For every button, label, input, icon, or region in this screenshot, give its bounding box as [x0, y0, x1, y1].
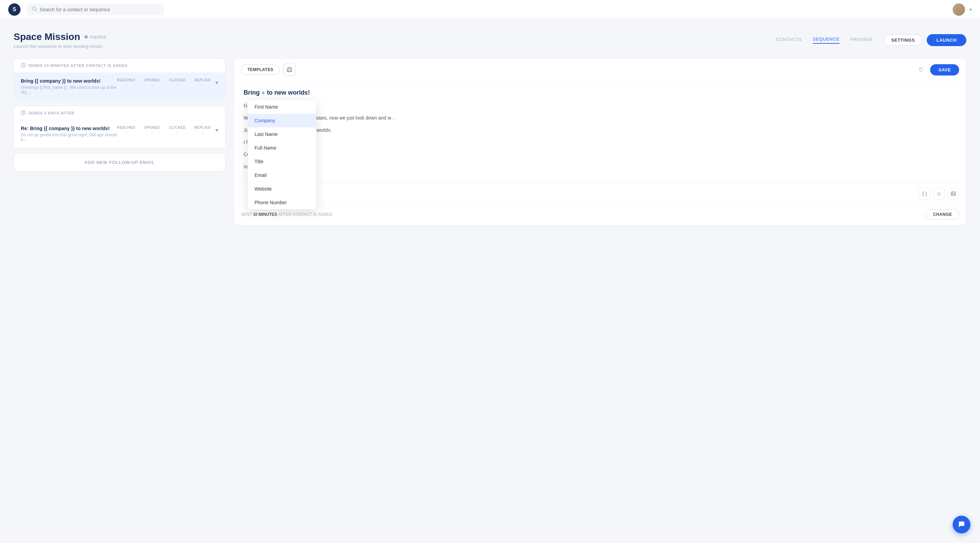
chevron-down-icon-1[interactable]: ▾ — [215, 79, 218, 86]
top-navigation: S ▾ — [0, 0, 980, 19]
email-stats-1: REACHED - OPENED - CLICKED - REPLIED — [117, 78, 211, 88]
dropdown-item-fullname[interactable]: Full Name — [248, 141, 316, 155]
editor-body: Bring ● to new worlds! Greet… We us… ond… — [234, 81, 966, 183]
status-dot — [84, 35, 88, 38]
nav-actions: SETTINGS LAUNCH — [883, 34, 966, 46]
chat-fab-button[interactable] — [953, 516, 970, 533]
email-info-2: Re: Bring {{ company }} to new worlds! D… — [21, 126, 117, 142]
svg-rect-10 — [288, 70, 291, 71]
search-input[interactable] — [40, 7, 159, 12]
stat-replied-1: REPLIED - — [194, 78, 211, 88]
image-button[interactable] — [948, 188, 959, 199]
email-editor-panel: TEMPLATES SAVE — [234, 59, 966, 225]
search-icon — [32, 6, 37, 13]
templates-button[interactable]: TEMPLATES — [241, 65, 280, 75]
editor-toolbar: TEMPLATES SAVE — [234, 59, 966, 81]
stat-clicked-1: CLICKED - — [169, 78, 186, 88]
save-button[interactable]: SAVE — [930, 64, 959, 75]
email-subject-2: Re: Bring {{ company }} to new worlds! — [21, 126, 117, 131]
title-area: Space Mission Inactive Launch this seque… — [14, 32, 106, 49]
stat-reached-1: REACHED - — [117, 78, 135, 88]
email-sequence-block-2: SENDS 3 DAYS AFTER Re: Bring {{ company … — [14, 106, 226, 148]
dropdown-item-company[interactable]: Company — [248, 114, 316, 127]
left-panel: SENDS 10 MINUTES AFTER CONTACT IS ADDED … — [14, 59, 226, 225]
add-new-follow-up-button[interactable]: ADD NEW FOLLOW-UP EMAIL — [14, 153, 226, 171]
dropdown-item-title[interactable]: Title — [248, 155, 316, 168]
stat-opened-1: OPENED - — [143, 78, 161, 88]
avatar[interactable] — [953, 3, 965, 16]
svg-point-12 — [952, 193, 953, 193]
change-timing-button[interactable]: CHANGE — [926, 210, 959, 219]
page-header: Space Mission Inactive Launch this seque… — [14, 32, 966, 49]
chevron-down-icon-2[interactable]: ▾ — [215, 126, 218, 134]
tab-preview[interactable]: PREVIEW — [851, 37, 873, 43]
svg-line-7 — [23, 113, 24, 113]
stat-replied-2: REPLIED - — [194, 126, 211, 136]
editor-text[interactable]: Greet… We us… onder at our place in the … — [243, 102, 956, 171]
search-bar[interactable] — [27, 4, 164, 15]
sequence-timing-2: SENDS 3 DAYS AFTER — [14, 106, 225, 120]
delete-button[interactable] — [915, 64, 927, 76]
email-stats-2: REACHED - OPENED - CLICKED - REPLIED — [117, 126, 211, 136]
clock-icon-2 — [21, 110, 25, 116]
dropdown-item-lastname[interactable]: Last Name — [248, 127, 316, 141]
dropdown-item-website[interactable]: Website — [248, 182, 316, 196]
dropdown-item-phonenumber[interactable]: Phone Number — [248, 196, 316, 210]
email-preview-1: Greetings {{ first_name }} , We used to … — [21, 85, 117, 95]
variable-dropdown: First Name Company Last Name Full Name T… — [248, 100, 316, 210]
sequence-timing-1: SENDS 10 MINUTES AFTER CONTACT IS ADDED — [14, 59, 225, 72]
app-logo[interactable]: S — [8, 3, 21, 16]
dropdown-item-firstname[interactable]: First Name — [248, 100, 316, 114]
avatar-chevron-icon[interactable]: ▾ — [970, 7, 972, 12]
variable-button[interactable]: { } — [919, 188, 931, 199]
emoji-button[interactable]: ☺ — [933, 188, 945, 199]
email-info-1: Bring {{ company }} to new worlds! Greet… — [21, 78, 117, 95]
stat-clicked-2: CLICKED - — [169, 126, 186, 136]
content-area: SENDS 10 MINUTES AFTER CONTACT IS ADDED … — [14, 59, 966, 225]
email-sequence-block-1: SENDS 10 MINUTES AFTER CONTACT IS ADDED … — [14, 59, 226, 100]
editor-bottom-toolbar: { } ☺ — [234, 183, 966, 203]
tab-sequence[interactable]: SEQUENCE — [813, 37, 840, 44]
clock-icon-1 — [21, 63, 25, 68]
status-badge: Inactive — [84, 34, 106, 40]
editor-footer: SENT 10 MINUTES AFTER CONTACT IS ADDED C… — [234, 203, 966, 225]
email-row-1[interactable]: Bring {{ company }} to new worlds! Greet… — [14, 72, 225, 100]
page-subtitle: Launch this sequence to start sending em… — [14, 44, 106, 49]
page-nav: CONTACTS SEQUENCE PREVIEW SETTINGS LAUNC… — [776, 34, 966, 46]
email-subject-1: Bring {{ company }} to new worlds! — [21, 78, 117, 84]
editor-email-title: Bring ● to new worlds! — [243, 89, 956, 96]
tab-contacts[interactable]: CONTACTS — [776, 37, 802, 43]
footer-timing-text: SENT 10 MINUTES AFTER CONTACT IS ADDED — [241, 212, 332, 217]
save-to-disk-button[interactable] — [283, 64, 296, 76]
nav-tabs: CONTACTS SEQUENCE PREVIEW — [776, 37, 872, 44]
svg-line-4 — [23, 65, 24, 66]
email-row-2[interactable]: Re: Bring {{ company }} to new worlds! D… — [14, 120, 225, 148]
svg-rect-11 — [951, 192, 956, 195]
svg-line-1 — [35, 10, 37, 11]
stat-reached-2: REACHED - — [117, 126, 135, 136]
email-preview-2: Do not go gentle into that good night; O… — [21, 132, 117, 142]
launch-button[interactable]: LAUNCH — [927, 34, 966, 46]
settings-button[interactable]: SETTINGS — [883, 35, 923, 46]
page-title: Space Mission Inactive — [14, 32, 106, 42]
stat-opened-2: OPENED - — [143, 126, 161, 136]
dropdown-item-email[interactable]: Email — [248, 168, 316, 182]
